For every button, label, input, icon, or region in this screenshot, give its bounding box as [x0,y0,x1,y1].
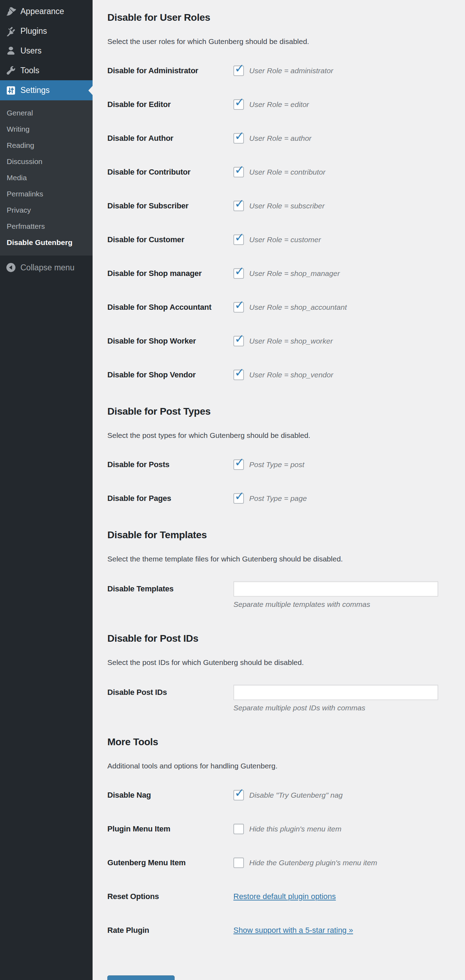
collapse-menu-button[interactable]: Collapse menu [0,259,92,276]
users-icon [6,45,16,56]
setting-row: Disable Templates Separate multiple temp… [107,581,450,609]
setting-row: Disable for Shop manager ✓User Role = sh… [107,266,450,280]
disable-post-ids-input[interactable] [233,685,438,700]
disable-administrator-checkbox[interactable]: ✓ [233,65,244,76]
submenu-item-permalinks[interactable]: Permalinks [0,186,92,202]
check-icon: ✓ [234,265,245,277]
disable-pages-checkbox[interactable]: ✓ [233,493,244,504]
submenu-item-disable-gutenberg[interactable]: Disable Gutenberg [0,234,92,251]
checkbox-description: Hide this plugin's menu item [249,825,341,833]
input-hint: Separate multiple post IDs with commas [233,703,438,713]
disable-customer-checkbox[interactable]: ✓ [233,234,244,245]
disable-author-checkbox[interactable]: ✓ [233,133,244,144]
setting-label: Disable for Shop Vendor [107,370,233,379]
disable-editor-checkbox[interactable]: ✓ [233,99,244,110]
submenu-item-reading[interactable]: Reading [0,137,92,153]
setting-label: Disable for Pages [107,494,233,503]
current-item-arrow [88,86,92,95]
section-templates: Disable for Templates Select the theme t… [107,528,450,609]
setting-row: Disable for Shop Vendor ✓User Role = sho… [107,368,450,382]
check-icon: ✓ [234,62,245,74]
setting-label: Disable Templates [107,581,233,609]
setting-row: Plugin Menu Item ✓Hide this plugin's men… [107,822,450,836]
sidebar-item-appearance[interactable]: Appearance [0,2,92,21]
setting-label: Disable for Shop Worker [107,337,233,346]
setting-row: Disable for Subscriber ✓User Role = subs… [107,199,450,213]
check-icon: ✓ [234,366,245,379]
setting-label: Disable for Editor [107,100,233,109]
submenu-item-privacy[interactable]: Privacy [0,202,92,218]
disable-contributor-checkbox[interactable]: ✓ [233,167,244,177]
check-icon: ✓ [234,332,245,345]
disable-nag-checkbox[interactable]: ✓ [233,790,244,800]
disable-subscriber-checkbox[interactable]: ✓ [233,200,244,211]
checkbox-description: User Role = shop_vendor [249,371,333,379]
submenu-item-perfmatters[interactable]: Perfmatters [0,218,92,234]
disable-shop-vendor-checkbox[interactable]: ✓ [233,370,244,380]
setting-row: Disable for Administrator ✓User Role = a… [107,64,450,78]
section-title: Disable for Post Types [107,404,450,418]
checkbox-description: User Role = shop_accountant [249,303,347,312]
settings-icon [6,85,16,96]
setting-label: Disable Post IDs [107,685,233,713]
disable-posts-checkbox[interactable]: ✓ [233,460,244,470]
appearance-icon [6,6,16,16]
section-description: Select the theme template files for whic… [107,554,450,563]
restore-defaults-link[interactable]: Restore default plugin options [233,892,336,901]
setting-label: Disable for Posts [107,460,233,469]
disable-shop-worker-checkbox[interactable]: ✓ [233,336,244,346]
setting-row: Disable for Editor ✓User Role = editor [107,97,450,111]
sidebar-item-label: Users [21,46,41,56]
sidebar-item-settings[interactable]: Settings [0,80,92,100]
disable-templates-input[interactable] [233,581,438,597]
checkbox-description: User Role = contributor [249,168,326,177]
submenu-item-media[interactable]: Media [0,170,92,186]
save-changes-button[interactable]: Save Changes [107,975,175,980]
section-user-roles: Disable for User Roles Select the user r… [107,11,450,382]
check-icon: ✓ [234,231,245,243]
setting-row: Disable for Author ✓User Role = author [107,131,450,145]
setting-label: Rate Plugin [107,926,233,935]
rate-plugin-link[interactable]: Show support with a 5-star rating » [233,926,353,935]
sidebar-item-label: Settings [21,86,49,95]
section-description: Select the post IDs for which Gutenberg … [107,657,450,667]
disable-shop-accountant-checkbox[interactable]: ✓ [233,302,244,313]
section-post-types: Disable for Post Types Select the post t… [107,404,450,506]
hide-plugin-menu-item-checkbox[interactable]: ✓ [233,824,244,834]
disable-shop-manager-checkbox[interactable]: ✓ [233,268,244,279]
setting-label: Plugin Menu Item [107,824,233,834]
check-icon: ✓ [234,96,245,108]
setting-row: Reset Options Restore default plugin opt… [107,889,450,904]
sidebar-item-label: Plugins [21,26,47,36]
check-icon: ✓ [234,299,245,311]
setting-label: Disable for Shop manager [107,269,233,278]
setting-row: Disable for Pages ✓Post Type = page [107,492,450,506]
checkbox-description: User Role = subscriber [249,202,325,210]
setting-row: Disable for Shop Accountant ✓User Role =… [107,300,450,314]
collapse-arrow-icon [6,262,16,273]
sidebar-item-label: Appearance [21,7,64,16]
setting-row: Disable for Customer ✓User Role = custom… [107,233,450,247]
submenu-item-writing[interactable]: Writing [0,121,92,137]
admin-menu: Appearance Plugins Users Tools [0,0,92,276]
sidebar-item-users[interactable]: Users [0,41,92,60]
section-description: Additional tools and options for handlin… [107,761,450,770]
plugins-icon [6,26,16,36]
checkbox-description: User Role = customer [249,235,321,244]
checkbox-description: Post Type = post [249,460,304,469]
admin-sidebar: Appearance Plugins Users Tools [0,0,92,980]
checkbox-description: User Role = author [249,134,312,143]
section-description: Select the user roles for which Gutenber… [107,37,450,46]
hide-gutenberg-menu-item-checkbox[interactable]: ✓ [233,858,244,868]
submenu-item-general[interactable]: General [0,105,92,121]
sidebar-item-plugins[interactable]: Plugins [0,21,92,41]
user-role-rows: Disable for Administrator ✓User Role = a… [107,64,450,382]
section-description: Select the post types for which Gutenber… [107,431,450,440]
sidebar-item-tools[interactable]: Tools [0,60,92,80]
submenu-item-discussion[interactable]: Discussion [0,153,92,170]
check-icon: ✓ [234,197,245,210]
setting-label: Gutenberg Menu Item [107,858,233,867]
setting-label: Disable for Subscriber [107,201,233,210]
main-content: Disable for User Roles Select the user r… [92,0,465,980]
wordpress-admin: Appearance Plugins Users Tools [0,0,465,980]
